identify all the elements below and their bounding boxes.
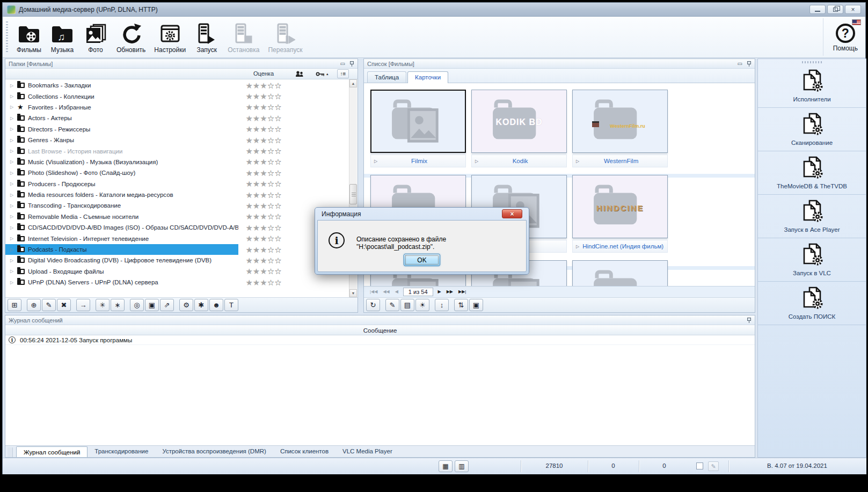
expand-arrow-icon[interactable]: ▷ [576, 244, 579, 249]
close-button[interactable]: × [845, 5, 861, 14]
expand-arrow-icon[interactable]: ▷ [10, 280, 17, 285]
rating-stars[interactable]: ★★★☆☆ [240, 191, 287, 199]
sidebar-item-ace-player[interactable]: Запуск в Ace Player [758, 195, 866, 238]
dialog-close-button[interactable]: × [502, 209, 522, 218]
device-view-button[interactable]: ▤ [400, 299, 414, 311]
music-button[interactable]: ♫ Музыка [46, 19, 79, 55]
transliteration-button[interactable]: T [224, 299, 238, 311]
rating-stars[interactable]: ★★★☆☆ [240, 125, 287, 133]
folder-settings-button[interactable]: ⚙ [179, 299, 193, 311]
tree-item-podcasts[interactable]: ▷ ★ Podcasts - Подкасты ★★★☆☆ [5, 244, 358, 255]
keys-button[interactable]: ✱ [194, 299, 208, 311]
tree-item-producers[interactable]: ▷ ★ Producers - Продюсеры ★★★☆☆ [5, 179, 358, 189]
rating-stars[interactable]: ★★★☆☆ [240, 147, 287, 155]
card-row3-3[interactable]: ▷ [572, 260, 668, 286]
tree-item-upload[interactable]: ▷ ★ Upload - Входящие файлы ★★★☆☆ [5, 266, 358, 277]
rating-stars[interactable]: ★★★☆☆ [240, 256, 287, 265]
sort-button[interactable]: ↑≡ [337, 69, 349, 78]
rating-stars[interactable]: ★★★☆☆ [240, 169, 287, 177]
pin-icon[interactable] [747, 317, 752, 323]
dialog-title-bar[interactable]: Информация × [315, 208, 529, 220]
tree-item-media-resources[interactable]: ▷ ★ Media resources folders - Каталоги м… [5, 189, 358, 200]
rating-stars[interactable]: ★★★☆☆ [240, 224, 287, 232]
rating-column-header[interactable]: Оценка [240, 70, 287, 77]
sort-order-button[interactable]: ↕ [435, 299, 449, 311]
message-column-header[interactable]: Сообщение [5, 325, 755, 335]
tree-item-collections[interactable]: ▷ ★ Collections - Коллекции ★★★☆☆ [5, 91, 358, 101]
card-westernfilm[interactable]: WesternFilm.ru ▷ WesternFilm [572, 90, 668, 167]
tree-item-dvb[interactable]: ▷ ★ Digital Video Broadcasting (DVB) - Ц… [5, 255, 358, 266]
card-label[interactable]: ▷ WesternFilm [572, 155, 668, 167]
tab-table[interactable]: Таблица [367, 71, 406, 83]
minimize-button[interactable] [809, 5, 826, 14]
expand-arrow-icon[interactable]: ▷ [10, 181, 17, 186]
fit-height-button[interactable]: ⇅ [454, 299, 468, 311]
expand-arrow-icon[interactable]: ▷ [10, 149, 17, 153]
rating-stars[interactable]: ★★★☆☆ [240, 92, 287, 100]
sidebar-item-themoviedb[interactable]: TheMovieDB & TheTVDB [758, 151, 866, 195]
save-button[interactable]: ▣ [145, 299, 159, 311]
movies-button[interactable]: Фильмы [12, 19, 46, 55]
edit-status-button[interactable]: ✎ [708, 461, 719, 471]
tab-dmr-devices[interactable]: Устройства воспроизведения (DMR) [155, 446, 273, 457]
tree-item-favorites[interactable]: ▷ ★ Favorites - Избранные ★★★☆☆ [5, 102, 358, 113]
expand-arrow-icon[interactable]: ▷ [10, 236, 17, 241]
key-filter-icon[interactable]: ▴ [316, 71, 329, 77]
first-page-button[interactable]: |◀◀ [368, 289, 379, 295]
card-kodik[interactable]: KODIK BD ▷ Kodik [471, 90, 567, 167]
sidebar-item-create-search[interactable]: Создать ПОИСК [758, 282, 866, 325]
move-folder-button[interactable]: → [76, 299, 90, 311]
expand-arrow-icon[interactable]: ▷ [10, 193, 17, 197]
title-bar[interactable]: Домашний медиа-сервер (UPnP, DLNA, HTTP)… [3, 3, 865, 17]
log-entry[interactable]: i 00:56:24 2021-12-05 Запуск программы [5, 335, 755, 345]
users-button[interactable]: ☻ [209, 299, 223, 311]
edit-description-button[interactable]: ✎ [385, 299, 399, 311]
expand-arrow-icon[interactable]: ▷ [10, 116, 17, 121]
edit-folder-button[interactable]: ✎ [42, 299, 56, 311]
help-button[interactable]: ? Помощь [833, 24, 858, 52]
card-hindcine[interactable]: HINDCINE ▷ HindCine.net (Индия фильм) [572, 175, 668, 253]
next-page-button[interactable]: ▶ [436, 289, 443, 295]
tab-cards[interactable]: Карточки [407, 71, 448, 83]
expand-arrow-icon[interactable]: ▷ [10, 127, 17, 131]
add-folder-button[interactable]: ⊕ [27, 299, 41, 311]
tab-clients[interactable]: Список клиентов [273, 446, 335, 457]
tree-item-music-visualization[interactable]: ▷ ★ Music (Visualization) - Музыка (Визу… [5, 157, 358, 167]
effects-button[interactable]: ∗ [111, 299, 125, 311]
pin-icon[interactable] [747, 61, 752, 67]
rating-stars[interactable]: ★★★☆☆ [240, 82, 287, 90]
expand-arrow-icon[interactable]: ▷ [10, 203, 17, 208]
pin-icon[interactable] [349, 61, 354, 67]
rating-stars[interactable]: ★★★☆☆ [240, 158, 287, 166]
tree-item-photo-slideshow[interactable]: ▷ ★ Photo (Slideshow) - Фото (Слайд-шоу)… [5, 167, 358, 178]
fast-next-button[interactable]: ▶▶ [445, 289, 455, 295]
tree-item-last-browse[interactable]: ▷ ★ Last Browse - История навигации ★★★☆… [5, 145, 358, 156]
tree-item-directors[interactable]: ▷ ★ Directors - Режиссеры ★★★☆☆ [5, 124, 358, 135]
card-filmix[interactable]: ▷ Filmix [370, 90, 466, 167]
scroll-down-icon[interactable]: ▼ [349, 289, 357, 297]
expand-arrow-icon[interactable]: ▷ [10, 247, 17, 252]
tab-log[interactable]: Журнал сообщений [16, 446, 87, 457]
prev-page-button[interactable]: ◀ [393, 289, 400, 295]
toolbar-drag-handle[interactable] [6, 21, 8, 53]
settings-button[interactable]: Настройки [150, 19, 190, 55]
new-resource-button[interactable]: ⊞ [8, 299, 21, 311]
rating-stars[interactable]: ★★★☆☆ [240, 246, 287, 254]
expand-arrow-icon[interactable]: ▷ [10, 214, 17, 219]
expand-arrow-icon[interactable]: ▷ [10, 94, 17, 99]
expand-arrow-icon[interactable]: ▷ [475, 159, 478, 164]
expand-arrow-icon[interactable]: ▷ [10, 258, 17, 263]
expand-arrow-icon[interactable]: ▷ [10, 159, 17, 164]
delete-folder-button[interactable]: ✖ [57, 299, 71, 311]
tree-item-removable-media[interactable]: ▷ ★ Removable Media - Съемные носители ★… [5, 211, 358, 222]
rating-stars[interactable]: ★★★☆☆ [240, 180, 287, 188]
status-checkbox[interactable] [696, 462, 703, 469]
tree-item-upnp-servers[interactable]: ▷ ★ UPnP (DLNA) Servers - UPnP (DLNA) се… [5, 277, 358, 288]
clients-button[interactable]: ▦ [439, 460, 453, 472]
tree-item-bookmarks[interactable]: ▷ ★ Bookmarks - Закладки ★★★☆☆ [5, 80, 358, 91]
card-label[interactable]: ▷ HindCine.net (Индия фильм) [572, 240, 668, 253]
expand-arrow-icon[interactable]: ▷ [10, 171, 17, 175]
web-refresh-button[interactable]: ↻ [366, 299, 380, 311]
ok-button[interactable]: OK [404, 254, 440, 266]
search-folder-button[interactable]: ◎ [130, 299, 144, 311]
